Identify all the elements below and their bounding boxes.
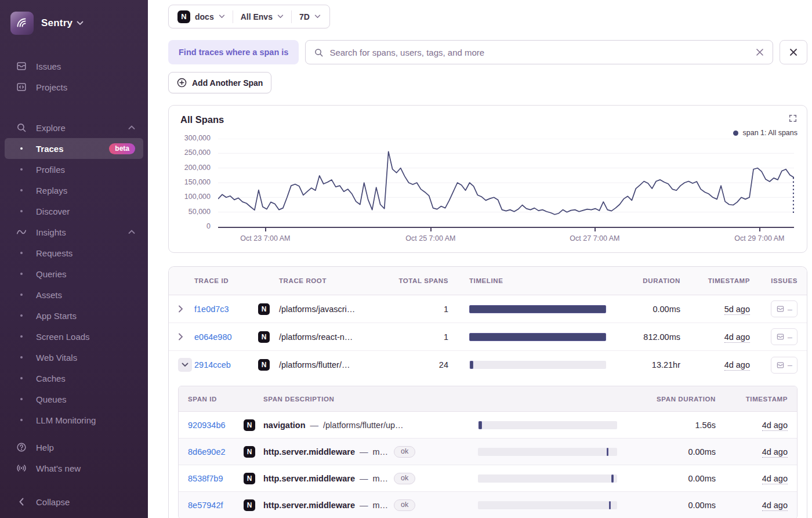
sidebar-footer-nav: Help What's new Collapse: [0, 437, 148, 512]
fullscreen-icon[interactable]: [788, 114, 798, 123]
sidebar-label: Help: [36, 443, 135, 452]
sidebar-item-whats-new[interactable]: What's new: [5, 458, 143, 479]
chart-legend-item[interactable]: span 1: All spans: [733, 129, 798, 137]
sidebar: Sentry Issues Projects: [0, 0, 148, 518]
sidebar-item-assets[interactable]: Assets: [5, 284, 143, 305]
span-row: 8d6e90e2 N http.server.middleware — m… o…: [179, 439, 797, 465]
sidebar-collapse-button[interactable]: Collapse: [5, 491, 143, 512]
sentry-logo-icon: [10, 12, 34, 35]
sidebar-item-discover[interactable]: Discover: [5, 201, 143, 222]
sidebar-item-queries[interactable]: Queries: [5, 263, 143, 284]
sidebar-item-screen-loads[interactable]: Screen Loads: [5, 326, 143, 347]
sidebar-item-traces[interactable]: Traces beta: [5, 138, 143, 159]
sidebar-label: What's new: [36, 463, 135, 473]
span-timeline-bar: [478, 421, 617, 429]
sidebar-item-issues[interactable]: Issues: [5, 56, 143, 77]
sidebar-item-web-vitals[interactable]: Web Vitals: [5, 347, 143, 368]
chart-x-axis-ticks: [218, 227, 794, 231]
sidebar-item-llm-monitoring[interactable]: LLM Monitoring: [5, 410, 143, 430]
separator: —: [310, 421, 319, 430]
sidebar-item-caches[interactable]: Caches: [5, 368, 143, 389]
nextjs-project-icon: N: [177, 10, 190, 23]
span-id-link[interactable]: 8e57942f: [188, 501, 244, 510]
trace-id-link[interactable]: e064e980: [194, 332, 258, 342]
clear-search-icon[interactable]: [755, 48, 764, 57]
total-spans: 1: [396, 305, 448, 314]
col-span-description: SPAN DESCRIPTION: [263, 396, 478, 403]
span-duration: 1.56s: [617, 421, 716, 430]
issues-button[interactable]: –: [771, 300, 798, 317]
span-op: http.server.middleware: [263, 474, 355, 483]
span-timestamp[interactable]: 4d ago: [716, 421, 788, 430]
remove-span-filter-button[interactable]: [780, 40, 807, 64]
sidebar-item-app-starts[interactable]: App Starts: [5, 305, 143, 326]
duration: 13.21hr: [606, 360, 680, 370]
trace-root: /platforms/javascri…: [279, 305, 396, 314]
span-timestamp[interactable]: 4d ago: [716, 474, 788, 483]
span-timestamp[interactable]: 4d ago: [716, 447, 788, 457]
expand-row-button[interactable]: [178, 305, 194, 313]
timestamp[interactable]: 5d ago: [680, 305, 750, 314]
timestamp[interactable]: 4d ago: [680, 360, 750, 370]
bullet-icon: [15, 168, 28, 171]
trace-id-link[interactable]: 2914cceb: [194, 360, 258, 370]
trace-root: /platforms/react-n…: [279, 332, 396, 342]
sidebar-item-insights[interactable]: Insights: [5, 222, 143, 242]
page-filter-bar: N docs All Envs 7D: [168, 5, 330, 28]
span-timeline-bar: [478, 474, 617, 483]
col-span-duration: SPAN DURATION: [617, 396, 716, 403]
project-filter[interactable]: N docs: [177, 10, 225, 23]
trace-row: f1e0d7c3 N /platforms/javascri… 1 0.00ms…: [169, 295, 807, 323]
add-another-span-button[interactable]: Add Another Span: [168, 72, 271, 93]
sidebar-label: Issues: [36, 61, 135, 71]
nextjs-project-icon: N: [258, 359, 270, 371]
status-badge: ok: [394, 499, 415, 511]
issues-icon: [15, 60, 28, 72]
issues-button[interactable]: –: [771, 357, 798, 374]
span-duration: 0.00ms: [617, 447, 716, 457]
timeline-bar: [469, 305, 606, 313]
sidebar-label: Explore: [36, 123, 128, 133]
org-name: Sentry: [41, 17, 72, 29]
timestamp[interactable]: 4d ago: [680, 332, 750, 342]
col-trace-id: TRACE ID: [194, 277, 258, 284]
collapse-row-button[interactable]: [178, 358, 194, 372]
span-id-link[interactable]: 8538f7b9: [188, 474, 244, 483]
span-id-link[interactable]: 8d6e90e2: [188, 447, 244, 457]
org-switcher[interactable]: Sentry: [0, 8, 148, 43]
span-id-link[interactable]: 920934b6: [188, 421, 244, 430]
chevron-down-icon: [182, 363, 188, 367]
sidebar-item-queues[interactable]: Queues: [5, 389, 143, 410]
environment-filter[interactable]: All Envs: [241, 12, 284, 21]
expand-row-button[interactable]: [178, 333, 194, 340]
trace-id-link[interactable]: f1e0d7c3: [194, 305, 258, 314]
bullet-icon: [15, 419, 28, 421]
span-search-input[interactable]: [329, 48, 749, 57]
span-description: m…: [372, 501, 388, 510]
nextjs-project-icon: N: [244, 499, 255, 511]
plus-circle-icon: [177, 78, 187, 88]
timeline-bar: [469, 361, 606, 369]
sidebar-item-profiles[interactable]: Profiles: [5, 159, 143, 180]
chevron-down-icon: [77, 21, 84, 26]
trace-row: e064e980 N /platforms/react-n… 1 812.00m…: [169, 323, 807, 351]
span-timestamp[interactable]: 4d ago: [716, 501, 788, 510]
span-description: /platforms/flutter/up…: [323, 421, 404, 430]
span-row: 920934b6 N navigation — /platforms/flutt…: [179, 412, 797, 439]
sidebar-item-requests[interactable]: Requests: [5, 242, 143, 263]
sidebar-item-replays[interactable]: Replays: [5, 180, 143, 201]
sidebar-item-help[interactable]: Help: [5, 437, 143, 458]
bullet-icon: [15, 356, 28, 358]
chevron-left-icon: [15, 498, 28, 506]
sidebar-label: Profiles: [36, 165, 135, 175]
issues-button[interactable]: –: [771, 328, 798, 345]
date-range-filter[interactable]: 7D: [299, 12, 321, 21]
trace-row-expanded: 2914cceb N /platforms/flutter/… 24 13.21…: [169, 351, 807, 379]
col-span-id: SPAN ID: [188, 396, 244, 403]
sidebar-label: LLM Monitoring: [36, 415, 135, 425]
sidebar-item-explore[interactable]: Explore: [5, 117, 143, 138]
broadcast-icon: [15, 462, 28, 474]
sidebar-item-projects[interactable]: Projects: [5, 77, 143, 97]
sidebar-label: Collapse: [36, 497, 135, 507]
total-spans: 24: [396, 360, 448, 370]
